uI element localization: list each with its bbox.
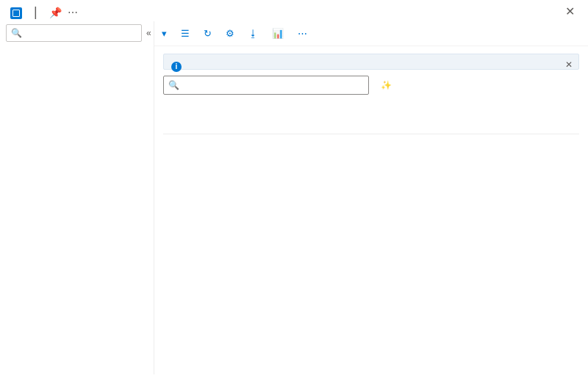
collapse-sidebar-icon[interactable]: « <box>146 28 151 38</box>
table-header <box>163 112 579 134</box>
edit-columns-button[interactable]: ☰ <box>181 28 193 39</box>
title-block: | 📌 ⋯ <box>28 4 562 20</box>
page-header: | 📌 ⋯ ✕ <box>0 0 588 21</box>
more-menu-icon[interactable]: ⋯ <box>68 7 79 18</box>
export-button[interactable]: ⚙ <box>226 28 238 39</box>
download-csv-button[interactable]: ⭳ <box>248 28 262 39</box>
download-icon: ⭳ <box>248 28 258 39</box>
activity-table <box>154 112 588 134</box>
filter-pills <box>154 95 588 102</box>
gear-icon: ⚙ <box>226 28 234 39</box>
pin-icon[interactable]: 📌 <box>49 7 62 18</box>
sidebar-search-input[interactable] <box>26 28 137 38</box>
columns-icon: ☰ <box>181 28 190 39</box>
command-bar: ▾ ☰ ↻ ⚙ ⭳ 📊 ⋯ <box>154 21 588 46</box>
main-search[interactable]: 🔍 <box>163 76 369 95</box>
logs-button[interactable]: 📊 <box>272 28 287 39</box>
sidebar-search[interactable]: 🔍 <box>6 24 142 42</box>
sparkle-icon: ✨ <box>381 80 392 90</box>
banner-close-icon[interactable]: ✕ <box>565 59 573 71</box>
info-icon: i <box>171 62 182 72</box>
resource-type-icon <box>10 7 22 19</box>
ellipsis-icon: ⋯ <box>298 28 307 39</box>
item-count <box>154 102 588 112</box>
activity-dropdown[interactable]: ▾ <box>162 28 171 39</box>
sidebar: 🔍 « <box>0 21 154 374</box>
info-banner: i ✕ <box>163 54 579 70</box>
main-search-input[interactable] <box>184 80 364 90</box>
search-icon: 🔍 <box>168 80 179 90</box>
main-panel: ▾ ☰ ↻ ⚙ ⭳ 📊 ⋯ i ✕ 🔍 ✨ <box>154 21 588 374</box>
logs-icon: 📊 <box>272 28 284 39</box>
search-icon: 🔍 <box>11 28 22 38</box>
refresh-button[interactable]: ↻ <box>204 28 215 39</box>
chevron-down-icon: ▾ <box>162 28 167 39</box>
refresh-icon: ↻ <box>204 28 212 39</box>
toolbar-overflow[interactable]: ⋯ <box>298 28 307 39</box>
quick-insights-link[interactable]: ✨ <box>381 80 395 90</box>
title-separator: | <box>34 4 37 20</box>
close-icon[interactable]: ✕ <box>562 4 578 18</box>
